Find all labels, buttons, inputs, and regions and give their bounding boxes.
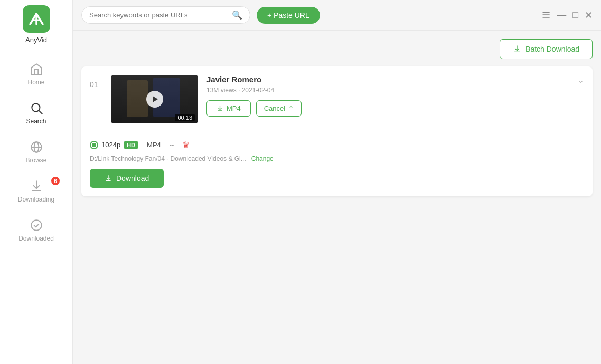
search-label: Search	[26, 118, 46, 125]
sidebar-item-downloading[interactable]: 6 Downloading	[0, 171, 72, 210]
downloading-badge: 6	[51, 177, 60, 185]
minimize-icon[interactable]: —	[557, 9, 566, 21]
sidebar: AnyVid Home Search Brow	[0, 0, 73, 364]
sidebar-item-downloaded[interactable]: Downloaded	[0, 210, 72, 250]
hd-badge: HD	[124, 141, 138, 149]
downloaded-icon	[29, 218, 44, 233]
batch-download-button[interactable]: Batch Download	[500, 39, 593, 59]
mp4-button[interactable]: MP4	[206, 100, 251, 117]
video-info: Javier Romero 13M views · 2021-02-04 MP4…	[206, 75, 569, 117]
sidebar-item-search[interactable]: Search	[0, 93, 72, 132]
downloaded-label: Downloaded	[18, 235, 54, 242]
window-controls: ☰ — □ ✕	[542, 9, 593, 21]
home-label: Home	[27, 79, 44, 86]
change-path-link[interactable]: Change	[251, 155, 274, 162]
resolution-radio[interactable]: 1024p HD	[90, 141, 138, 149]
radio-dot	[90, 141, 98, 149]
cancel-dropdown-icon: ⌃	[288, 105, 294, 112]
browse-label: Browse	[25, 157, 46, 164]
video-number: 01	[90, 80, 102, 89]
topbar: 🔍 + Paste URL ☰ — □ ✕	[73, 0, 601, 31]
batch-download-area: Batch Download	[81, 39, 593, 59]
dash-label: --	[170, 141, 174, 149]
format-options: 1024p HD MP4 -- ♛	[90, 140, 584, 150]
svg-line-1	[39, 111, 42, 114]
file-path-text: D:/Link Technology Fan/04 - Downloaded V…	[90, 155, 246, 162]
video-actions: MP4 Cancel ⌃	[206, 100, 569, 117]
browse-icon	[29, 140, 44, 155]
video-header: 01 00:13 Javier Romero 13M views · 2021-…	[90, 75, 584, 123]
app-name: AnyVid	[25, 36, 47, 44]
app-logo-icon	[23, 5, 50, 33]
search-box[interactable]: 🔍	[81, 6, 250, 24]
svg-point-5	[31, 220, 42, 231]
download-button[interactable]: Download	[90, 169, 164, 188]
logo-area: AnyVid	[23, 5, 50, 44]
sidebar-item-home[interactable]: Home	[0, 54, 72, 93]
video-duration: 00:13	[175, 114, 195, 121]
mp4-download-icon	[217, 105, 223, 112]
video-meta: 13M views · 2021-02-04	[206, 87, 569, 94]
close-icon[interactable]: ✕	[585, 9, 593, 21]
format-label: MP4	[147, 141, 161, 149]
download-icon	[105, 175, 112, 182]
file-path-row: D:/Link Technology Fan/04 - Downloaded V…	[90, 155, 584, 162]
crown-icon: ♛	[182, 140, 190, 150]
play-button[interactable]	[146, 91, 163, 108]
sidebar-item-browse[interactable]: Browse	[0, 132, 72, 171]
resolution-label: 1024p	[101, 141, 120, 149]
menu-icon[interactable]: ☰	[542, 9, 550, 21]
downloading-label: Downloading	[18, 196, 54, 203]
home-icon	[29, 62, 44, 76]
format-row: 1024p HD MP4 -- ♛ D:/Link Technology Fan…	[90, 132, 584, 188]
maximize-icon[interactable]: □	[572, 9, 578, 21]
search-icon	[29, 101, 44, 116]
video-thumbnail[interactable]: 00:13	[111, 75, 198, 123]
main-content: 🔍 + Paste URL ☰ — □ ✕ Batch Download	[73, 0, 601, 364]
content-area: Batch Download 01 00:13	[73, 31, 601, 364]
cancel-button[interactable]: Cancel ⌃	[256, 100, 302, 117]
downloading-icon	[29, 179, 44, 194]
paste-url-button[interactable]: + Paste URL	[257, 7, 320, 24]
video-title: Javier Romero	[206, 75, 569, 84]
video-dropdown-arrow[interactable]: ⌄	[577, 75, 584, 85]
video-card: 01 00:13 Javier Romero 13M views · 2021-…	[81, 66, 593, 196]
search-magnifier-icon: 🔍	[232, 10, 242, 20]
search-input[interactable]	[89, 11, 228, 19]
batch-download-icon	[513, 45, 521, 53]
